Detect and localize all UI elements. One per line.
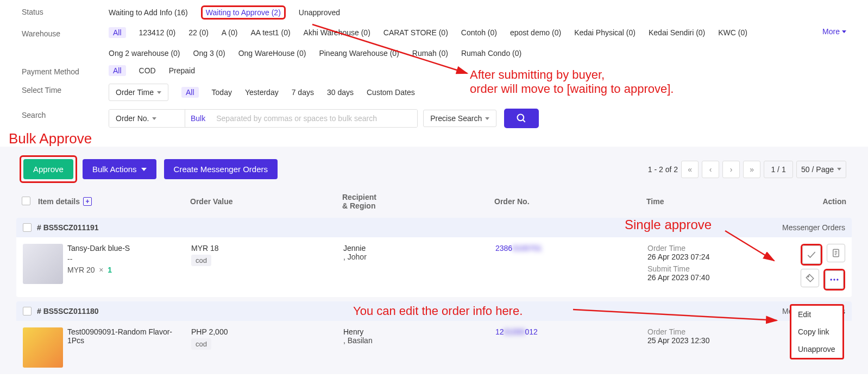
payment-cod[interactable]: COD bbox=[139, 66, 156, 75]
svg-point-8 bbox=[833, 279, 835, 280]
time-yesterday[interactable]: Yesterday bbox=[245, 88, 279, 97]
warehouse-item[interactable]: Rumah (0) bbox=[412, 49, 448, 58]
order-id: # BS5SCZ011191 bbox=[37, 223, 99, 232]
order-time-value: 26 Apr 2023 07:24 bbox=[647, 253, 789, 261]
col-item-details[interactable]: Item details+ bbox=[38, 197, 190, 206]
search-button[interactable] bbox=[504, 109, 539, 128]
svg-point-6 bbox=[808, 276, 809, 277]
col-time: Time bbox=[646, 197, 788, 206]
warehouse-item[interactable]: Akhi Warehouse (0) bbox=[304, 28, 370, 37]
page-last[interactable]: » bbox=[743, 161, 760, 178]
warehouse-item[interactable]: epost demo (0) bbox=[510, 28, 561, 37]
warehouse-item[interactable]: CARAT STORE (0) bbox=[383, 28, 448, 37]
svg-point-7 bbox=[831, 279, 832, 280]
item-qty: 1 bbox=[108, 266, 112, 274]
approve-button[interactable]: Approve bbox=[23, 159, 73, 179]
page-first[interactable]: « bbox=[681, 161, 699, 178]
warehouse-item[interactable]: Ong WareHouse (0) bbox=[238, 49, 306, 58]
document-button[interactable] bbox=[827, 244, 845, 262]
warehouse-label: Warehouse bbox=[22, 27, 109, 38]
product-thumbnail bbox=[23, 244, 63, 284]
order-time-label: Order Time bbox=[647, 327, 789, 336]
payment-badge: cod bbox=[191, 255, 211, 266]
warehouse-item[interactable]: Contoh (0) bbox=[461, 28, 497, 37]
svg-point-9 bbox=[836, 279, 838, 280]
bulk-link[interactable]: Bulk bbox=[185, 110, 211, 127]
expand-icon[interactable]: + bbox=[83, 197, 92, 206]
search-icon bbox=[516, 113, 527, 124]
tag-icon bbox=[805, 273, 815, 283]
warehouse-more[interactable]: More bbox=[822, 27, 846, 36]
menu-unapprove[interactable]: Unapprove bbox=[791, 340, 842, 358]
page-next[interactable]: › bbox=[722, 161, 740, 178]
product-thumbnail bbox=[23, 327, 63, 368]
time-all[interactable]: All bbox=[181, 87, 199, 98]
row-actions-menu: Edit Copy link Unapprove bbox=[790, 304, 844, 359]
warehouse-item[interactable]: Ong 2 warehouse (0) bbox=[109, 49, 180, 58]
select-all-checkbox[interactable] bbox=[22, 197, 30, 205]
time-30days[interactable]: 30 days bbox=[327, 88, 354, 97]
payment-all[interactable]: All bbox=[109, 65, 126, 76]
bulk-actions-button[interactable]: Bulk Actions bbox=[83, 159, 156, 179]
status-waiting-approve[interactable]: Waiting to Approve (2) bbox=[201, 5, 286, 20]
warehouse-item[interactable]: 22 (0) bbox=[188, 28, 209, 37]
more-actions-button[interactable] bbox=[825, 270, 844, 289]
submit-time-value: 26 Apr 2023 07:40 bbox=[647, 273, 789, 282]
order-time-value: 25 Apr 2023 12:30 bbox=[647, 336, 789, 345]
tag-button[interactable] bbox=[801, 269, 819, 287]
payment-prepaid[interactable]: Prepaid bbox=[169, 66, 195, 75]
search-field-select[interactable]: Order No. bbox=[109, 110, 185, 127]
page-prev[interactable]: ‹ bbox=[702, 161, 719, 178]
payment-label: Payment Method bbox=[22, 65, 109, 76]
time-custom[interactable]: Custom Dates bbox=[367, 88, 415, 97]
col-action: Action bbox=[788, 197, 846, 206]
recipient-name: Jennie bbox=[343, 244, 495, 253]
item-name: Tansy-Dark blue-S bbox=[67, 244, 176, 253]
col-order-value: Order Value bbox=[190, 197, 342, 206]
chevron-down-icon bbox=[152, 117, 156, 120]
per-page-select[interactable]: 50 / Page bbox=[796, 161, 846, 178]
item-name: Test00909091-Random Flavor-1Pcs bbox=[67, 327, 176, 345]
warehouse-item[interactable]: Kedai Sendiri (0) bbox=[649, 28, 705, 37]
search-label: Search bbox=[22, 109, 109, 119]
row-checkbox[interactable] bbox=[23, 223, 32, 232]
chevron-down-icon bbox=[141, 168, 147, 171]
warehouse-all[interactable]: All bbox=[109, 27, 126, 38]
document-icon bbox=[831, 248, 841, 258]
warehouse-item[interactable]: Ong 3 (0) bbox=[193, 49, 225, 58]
payment-badge: cod bbox=[191, 338, 211, 350]
recipient-name: Henry bbox=[343, 327, 495, 336]
order-number[interactable]: 23860100701 bbox=[495, 244, 542, 253]
recipient-region: , Basilan bbox=[343, 336, 495, 345]
warehouse-item[interactable]: Pineang Warehouse (0) bbox=[319, 49, 399, 58]
col-orderno: Order No. bbox=[494, 197, 646, 206]
menu-edit[interactable]: Edit bbox=[791, 306, 842, 323]
warehouse-item[interactable]: Rumah Condo (0) bbox=[461, 49, 521, 58]
warehouse-item[interactable]: A (0) bbox=[222, 28, 238, 37]
status-unapproved[interactable]: Unapproved bbox=[299, 8, 340, 17]
warehouse-item[interactable]: 123412 (0) bbox=[139, 28, 176, 37]
order-row: # BS5SCZ011191 Messenger Orders Tansy-Da… bbox=[16, 218, 852, 297]
order-number[interactable]: 1201000012 bbox=[495, 327, 538, 336]
warehouse-item[interactable]: Kedai Physical (0) bbox=[574, 28, 636, 37]
chevron-down-icon bbox=[837, 168, 841, 171]
item-sub: -- bbox=[67, 255, 176, 263]
order-time-select[interactable]: Order Time bbox=[109, 84, 168, 101]
menu-copy-link[interactable]: Copy link bbox=[791, 323, 842, 340]
status-label: Status bbox=[22, 5, 109, 16]
submit-time-label: Submit Time bbox=[647, 264, 789, 273]
time-7days[interactable]: 7 days bbox=[292, 88, 314, 97]
page-input[interactable]: 1 / 1 bbox=[764, 161, 793, 178]
search-input[interactable] bbox=[211, 110, 417, 127]
order-id: # BS5SCZ011180 bbox=[37, 307, 99, 315]
time-today[interactable]: Today bbox=[212, 88, 232, 97]
warehouse-item[interactable]: AA test1 (0) bbox=[250, 28, 290, 37]
svg-line-1 bbox=[523, 120, 525, 122]
check-icon bbox=[806, 249, 817, 260]
warehouse-item[interactable]: KWC (0) bbox=[718, 28, 747, 37]
row-checkbox[interactable] bbox=[23, 307, 32, 315]
status-waiting-add[interactable]: Waiting to Add Info (16) bbox=[109, 8, 188, 17]
create-messenger-button[interactable]: Create Messenger Orders bbox=[164, 159, 278, 179]
precise-search-select[interactable]: Precise Search bbox=[423, 110, 496, 127]
approve-single-button[interactable] bbox=[802, 245, 821, 264]
